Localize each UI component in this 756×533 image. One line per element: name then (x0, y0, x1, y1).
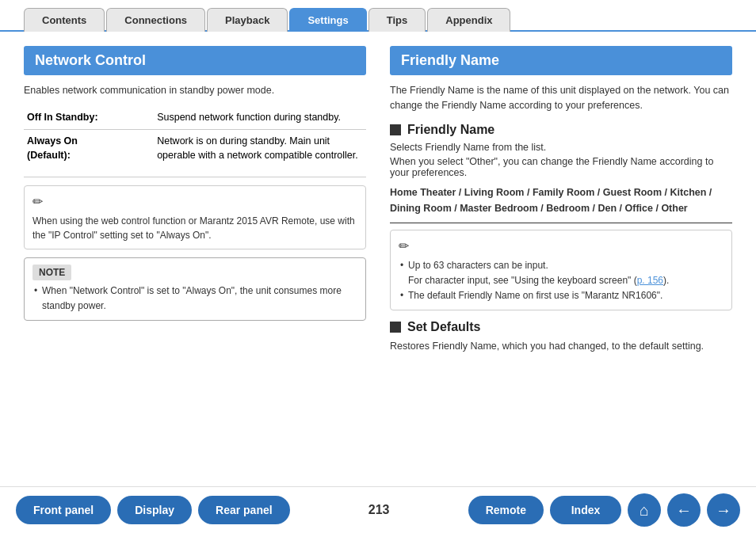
friendly-name-desc1: Selects Friendly Name from the list. (390, 142, 732, 153)
display-button[interactable]: Display (117, 496, 192, 524)
main-content: Network Control Enables network communic… (0, 32, 756, 486)
tip-text-left: When using the web control function or M… (32, 215, 355, 241)
friendly-name-desc2: When you select "Other", you can change … (390, 156, 732, 178)
set-defaults-subtitle: Set Defaults (390, 320, 732, 334)
page-ref[interactable]: p. 156 (637, 275, 663, 286)
table-cell-label: Always On(Default): (24, 129, 154, 167)
note-list: When "Network Control" is set to "Always… (32, 284, 357, 314)
network-control-intro: Enables network communication in standby… (24, 83, 366, 98)
tab-tips[interactable]: Tips (368, 8, 426, 32)
tip-box-left: ✏ When using the web control function or… (24, 185, 366, 249)
note-box: NOTE When "Network Control" is set to "A… (24, 257, 366, 321)
tab-contents[interactable]: Contents (24, 8, 105, 32)
friendly-name-list: Home Theater / Living Room / Family Room… (390, 185, 732, 223)
friendly-name-intro: The Friendly Name is the name of this un… (390, 83, 732, 113)
front-panel-button[interactable]: Front panel (16, 496, 111, 524)
forward-button[interactable]: → (707, 493, 740, 527)
tab-settings[interactable]: Settings (289, 8, 366, 32)
table-row: Off In Standby: Suspend network function… (24, 106, 366, 129)
subsection-title-text: Friendly Name (407, 123, 494, 137)
tip-bullets: Up to 63 characters can be input.For cha… (399, 258, 724, 304)
tab-connections[interactable]: Connections (106, 8, 205, 32)
pencil-icon: ✏ (32, 192, 357, 211)
friendly-name-header: Friendly Name (390, 46, 732, 75)
back-button[interactable]: ← (667, 493, 701, 527)
tip-box-right: ✏ Up to 63 characters can be input.For c… (390, 230, 732, 311)
set-defaults-desc: Restores Friendly Name, which you had ch… (390, 339, 732, 354)
right-panel: Friendly Name The Friendly Name is the n… (390, 46, 732, 478)
footer: Front panel Display Rear panel 213 Remot… (0, 486, 756, 533)
top-nav: Contents Connections Playback Settings T… (0, 0, 756, 32)
tip-bullet-2: The default Friendly Name on first use i… (399, 288, 724, 303)
remote-button[interactable]: Remote (468, 496, 544, 524)
tip-bullet-1: Up to 63 characters can be input.For cha… (399, 258, 724, 288)
table-cell-value: Suspend network function during standby. (154, 106, 366, 129)
friendly-name-subtitle: Friendly Name (390, 123, 732, 137)
home-button[interactable]: ⌂ (628, 493, 661, 527)
tab-appendix[interactable]: Appendix (427, 8, 510, 32)
divider (24, 177, 366, 177)
set-defaults-title-text: Set Defaults (407, 320, 480, 334)
table-cell-value: Network is on during standby. Main unit … (154, 129, 366, 167)
pencil-icon-right: ✏ (399, 237, 724, 256)
rear-panel-button[interactable]: Rear panel (198, 496, 290, 524)
note-label: NOTE (32, 265, 71, 280)
settings-table: Off In Standby: Suspend network function… (24, 106, 366, 167)
index-button[interactable]: Index (550, 496, 621, 524)
network-control-header: Network Control (24, 46, 366, 75)
table-cell-label: Off In Standby: (24, 106, 154, 129)
left-panel: Network Control Enables network communic… (24, 46, 366, 478)
tab-playback[interactable]: Playback (207, 8, 288, 32)
table-row: Always On(Default): Network is on during… (24, 129, 366, 167)
note-item: When "Network Control" is set to "Always… (32, 284, 357, 314)
page-number: 213 (296, 503, 462, 517)
